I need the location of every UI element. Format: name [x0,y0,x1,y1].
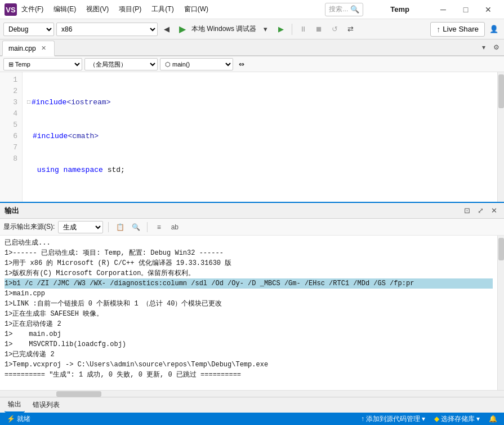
output-content[interactable]: 已启动生成... 1>------ 已启动生成: 项目: Temp, 配置: D… [0,236,497,390]
repo-label: 选择存储库 [441,414,475,424]
status-repo[interactable]: ◆ 选择存储库 ▾ [432,413,482,425]
tab-settings-button[interactable]: ⚙ [490,42,502,53]
output-line-7: 1>正在生成非 SAFESEH 映像。 [5,309,493,319]
line-num-2: 2 [0,86,22,97]
toolbar-separator-1 [292,24,292,35]
menu-tools[interactable]: 工具(T) [147,2,178,16]
minimize-button[interactable]: ─ [432,0,454,19]
prev-location-button[interactable]: ◀ [160,23,173,36]
status-notifications[interactable]: 🔔 [487,413,499,425]
line-num-4: 4 [0,108,22,119]
maximize-button[interactable]: □ [454,0,477,19]
tab-close-button[interactable]: ✕ [39,44,48,53]
window-controls: ─ □ ✕ [432,0,499,19]
code-line-2: #include <cmath> [27,131,493,142]
output-dock-button[interactable]: ⊡ [461,205,472,216]
menu-project[interactable]: 项目(P) [114,2,146,16]
search-placeholder-text: 搜索... [329,5,348,14]
scope-function-select[interactable]: ⬡ main() [160,58,233,70]
output-toolbar: 显示输出来源(S): 生成 📋 🔍 ≡ ab [0,219,504,236]
run-label: 本地 Windows 调试器 [191,24,256,34]
output-copy-button[interactable]: 📋 [114,221,126,233]
title-bar: VS 文件(F) 编辑(E) 视图(V) 项目(P) 工具(T) 窗口(W) 搜… [0,0,504,19]
tab-controls: ▾ ⚙ [478,42,502,55]
tab-main-cpp[interactable]: main.cpp ✕ [2,41,55,56]
output-panel-title: 输出 [5,206,19,216]
tab-error-list[interactable]: 错误列表 [29,398,63,412]
menu-edit[interactable]: 编辑(E) [49,2,81,16]
output-float-button[interactable]: ⤢ [475,205,486,216]
output-close-button[interactable]: ✕ [488,205,499,216]
output-toolbar-separator-2 [147,222,148,232]
debug-config-select[interactable]: Debug [3,23,54,36]
status-bar: ⚡ 就绪 ↑ 添加到源代码管理 ▾ ◆ 选择存储库 ▾ 🔔 [0,413,504,425]
run-second-button[interactable]: ▶ [274,23,288,36]
window-title: Temp [368,5,432,14]
liveshare-icon: ↑ [436,25,440,34]
output-hscrollbar-thumb[interactable] [56,391,101,397]
output-wrap-button[interactable]: ab [168,221,181,233]
output-scrollbar-thumb[interactable] [498,238,504,260]
editor-scrollbar[interactable] [497,72,504,202]
line-num-3: 3 [0,97,22,108]
arch-select[interactable]: x86 [56,23,158,36]
output-panel: 输出 ⊡ ⤢ ✕ 显示输出来源(S): 生成 📋 🔍 ≡ ab 已启动生成...… [0,202,504,397]
output-panel-header: 输出 ⊡ ⤢ ✕ [0,203,504,219]
close-button[interactable]: ✕ [477,0,499,19]
output-hscrollbar[interactable] [0,390,504,397]
output-line-12: 1>Temp.vcxproj -> C:\Users\admin\source\… [5,360,493,370]
output-source-select[interactable]: 生成 [58,221,103,233]
source-control-arrow-icon: ▾ [422,415,425,423]
notification-icon: 🔔 [489,415,497,423]
source-control-icon: ↑ [361,415,364,423]
code-line-3: using namespace std; [27,165,493,176]
output-line-6: 1>LINK :自前一个链接后 0 个新模块和 1 （总计 40）个模块已更改 [5,299,493,309]
menu-window[interactable]: 窗口(W) [180,2,213,16]
tab-output[interactable]: 输出 [5,397,25,413]
svg-text:VS: VS [6,6,16,14]
output-line-9: 1> main.obj [5,329,493,339]
stop-button[interactable]: ⏹ [312,23,325,36]
output-scroll-area: 已启动生成... 1>------ 已启动生成: 项目: Temp, 配置: D… [0,236,504,390]
output-line-5: 1>main.cpp [5,289,493,299]
output-scrollbar[interactable] [497,236,504,390]
output-find-button[interactable]: 🔍 [130,221,142,233]
editor-scrollbar-thumb[interactable] [498,74,504,108]
liveshare-label: Live Share [443,25,479,33]
code-header: ⊞ Temp （全局范围） ⬡ main() ⇔ [0,56,504,72]
tab-dropdown-button[interactable]: ▾ [478,42,489,53]
toolbar: Debug x86 ◀ ▶ 本地 Windows 调试器 ▾ ▶ ⏸ ⏹ ↺ ⇄… [0,19,504,39]
run-button[interactable]: ▶ [176,23,189,36]
profile-button[interactable]: 👤 [487,23,501,36]
bottom-tabs: 输出 错误列表 [0,397,504,413]
pause-button[interactable]: ⏸ [296,23,310,36]
line-num-6: 6 [0,131,22,142]
status-source-control[interactable]: ↑ 添加到源代码管理 ▾ [359,413,427,425]
status-ready[interactable]: ⚡ 就绪 [5,413,33,425]
menu-view[interactable]: 视图(V) [82,2,113,16]
code-content[interactable]: □#include <iostream> #include <cmath> us… [23,72,497,202]
search-icon: 🔍 [350,5,359,14]
vs-logo-icon: VS [5,3,17,16]
tab-bar: main.cpp ✕ ▾ ⚙ [0,39,504,56]
repo-arrow-icon: ▾ [476,415,480,423]
output-line-8: 1>正在启动传递 2 [5,319,493,329]
scope-project-select[interactable]: ⊞ Temp [3,58,82,70]
line-numbers: 1 2 3 4 5 6 7 8 [0,72,23,202]
code-editor: 1 2 3 4 5 6 7 8 □#include <iostream> #in… [0,72,504,202]
liveshare-button[interactable]: ↑ Live Share [430,22,485,37]
run-arrow-button[interactable]: ▾ [258,23,272,36]
line-num-7: 7 [0,142,22,153]
source-control-label: 添加到源代码管理 [366,414,420,424]
repo-icon: ◆ [434,415,439,423]
nav-button[interactable]: ⇄ [344,23,357,36]
expand-scope-button[interactable]: ⇔ [235,58,248,70]
restart-button[interactable]: ↺ [328,23,341,36]
scope-global-select[interactable]: （全局范围） [84,58,158,70]
output-source-label: 显示输出来源(S): [3,222,55,232]
output-line-13: ========== "生成": 1 成功, 0 失败, 0 更新, 0 已跳过… [5,370,493,380]
code-line-1: □#include <iostream> [27,97,493,108]
output-filter-button[interactable]: ≡ [153,221,165,233]
output-line-2: 1>用于 x86 的 Microsoft (R) C/C++ 优化编译器 19.… [5,258,493,268]
menu-file[interactable]: 文件(F) [17,2,48,16]
